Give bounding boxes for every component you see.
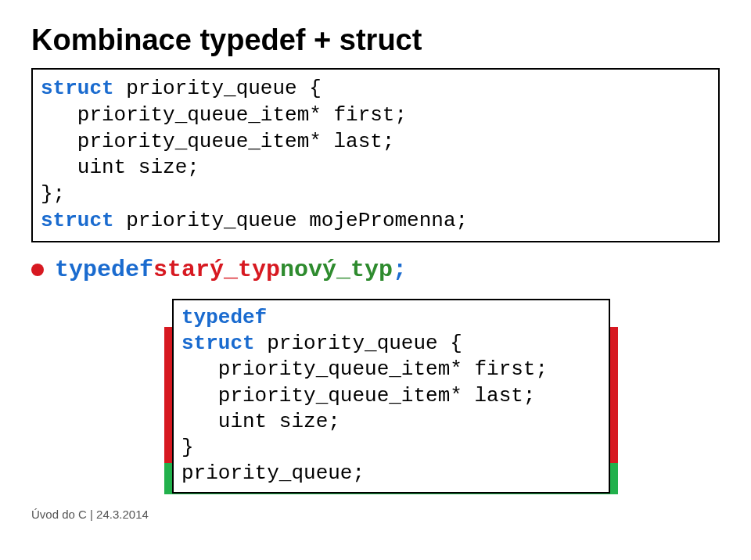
- code-box-2: typedef struct priority_queue { priority…: [172, 299, 610, 494]
- code-text: };: [41, 182, 65, 206]
- slide: Kombinace typedef + struct struct priori…: [0, 0, 751, 560]
- code-text: priority_queue {: [255, 332, 462, 355]
- code-text: priority_queue_item* last;: [41, 130, 394, 153]
- code-box-1: struct priority_queue { priority_queue_i…: [31, 68, 720, 242]
- keyword-struct: struct: [41, 77, 114, 100]
- keyword-typedef: typedef: [181, 306, 267, 329]
- new-type: nový_typ: [280, 257, 393, 283]
- code-text: priority_queue {: [114, 77, 322, 100]
- code-text: priority_queue_item* first;: [41, 103, 407, 127]
- keyword-typedef: typedef: [55, 257, 153, 283]
- keyword-struct: struct: [41, 209, 114, 232]
- bullet-dot-icon: [31, 264, 44, 276]
- footer-text: Úvod do C | 24.3.2014: [31, 508, 149, 521]
- code-text: uint size;: [41, 156, 199, 179]
- code-text: }: [181, 436, 194, 459]
- keyword-struct: struct: [181, 332, 255, 355]
- bottom-area: typedef struct priority_queue { priority…: [172, 299, 610, 494]
- code-text: priority_queue mojePromenna;: [114, 209, 468, 232]
- code-text: uint size;: [181, 410, 340, 433]
- bullet-typedef: typedef starý_typ nový_typ;: [31, 257, 720, 283]
- code-text: priority_queue;: [181, 461, 365, 485]
- slide-title: Kombinace typedef + struct: [31, 23, 720, 57]
- semicolon: ;: [393, 257, 407, 283]
- code-text: priority_queue_item* last;: [181, 384, 535, 407]
- code-text: priority_queue_item* first;: [181, 357, 548, 381]
- old-type: starý_typ: [153, 257, 280, 283]
